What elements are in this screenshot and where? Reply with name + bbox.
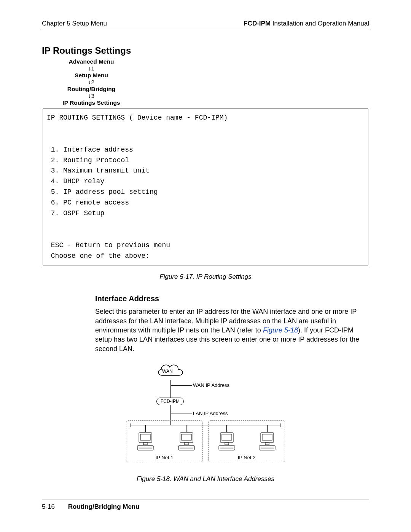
terminal-title: IP ROUTING SETTINGS ( Device name - FCD-…	[47, 114, 228, 121]
section-title: IP Routings Settings	[42, 45, 369, 56]
lan-ip-pointer	[171, 414, 192, 414]
page-header: Chapter 5 Setup Menu FCD-IPM Installatio…	[42, 20, 369, 30]
header-product-name: FCD-IPM	[244, 20, 271, 27]
nav-arrow-1: ↓1	[53, 65, 129, 72]
terminal-item-5: 5. IP address pool setting	[47, 188, 158, 196]
device-box: FCD-IPM	[156, 398, 184, 405]
svg-rect-8	[185, 443, 188, 445]
nav-breadcrumb-stack: Advanced Menu ↓1 Setup Menu ↓2 Routing/B…	[53, 58, 129, 106]
svg-rect-9	[178, 446, 194, 450]
wan-cloud-label: WAN	[162, 369, 173, 374]
terminal-item-7: 7. OSPF Setup	[47, 209, 104, 217]
terminal-item-4: 4. DHCP relay	[47, 177, 104, 185]
svg-rect-19	[262, 434, 272, 440]
svg-rect-21	[259, 446, 275, 450]
device-label: FCD-IPM	[161, 399, 180, 404]
computer-icon-3	[218, 432, 236, 453]
svg-rect-14	[225, 443, 229, 445]
svg-rect-1	[140, 434, 150, 440]
ip-net-2-label: IP Net 2	[209, 455, 285, 460]
terminal-screen: IP ROUTING SETTINGS ( Device name - FCD-…	[42, 108, 369, 266]
terminal-esc: ESC - Return to previous menu	[47, 241, 170, 249]
wan-ip-label: WAN IP Address	[193, 382, 229, 388]
svg-rect-2	[143, 443, 147, 445]
terminal-item-1: 1. Interface address	[47, 146, 133, 153]
nav-arrow-3: ↓3	[53, 93, 129, 99]
computer-icon-1	[137, 432, 154, 453]
svg-rect-13	[222, 434, 232, 440]
computer-icon-2	[178, 432, 195, 453]
footer-page-number: 5-16	[42, 503, 66, 511]
terminal-item-6: 6. PC remote access	[47, 199, 129, 206]
nav-level-2: Setup Menu	[53, 72, 129, 79]
figure-17-caption: Figure 5-17. IP Routing Settings	[42, 273, 369, 281]
header-chapter: Chapter 5 Setup Menu	[42, 20, 107, 27]
nav-level-3: Routing/Bridging	[53, 86, 129, 93]
terminal-item-2: 2. Routing Protocol	[47, 157, 129, 164]
wan-ip-pointer	[171, 385, 192, 386]
figure-5-18-link[interactable]: Figure 5-18	[263, 326, 298, 334]
nav-arrow-2: ↓2	[53, 79, 129, 86]
paragraph-interface-address: Select this parameter to enter an IP add…	[95, 307, 369, 353]
nav-level-1: Advanced Menu	[53, 58, 129, 65]
figure-18-caption: Figure 5-18. WAN and LAN Interface Addre…	[42, 475, 369, 483]
header-product-suffix: Installation and Operation Manual	[271, 20, 369, 27]
footer-rule	[42, 500, 369, 500]
subheading-interface-address: Interface Address	[95, 294, 369, 303]
svg-rect-20	[265, 443, 269, 445]
network-diagram: WAN WAN IP Address FCD-IPM LAN IP Addres…	[124, 362, 287, 468]
svg-rect-15	[219, 446, 235, 450]
page-footer: 5-16 Routing/Bridging Menu	[42, 503, 140, 511]
svg-rect-3	[137, 446, 153, 450]
lan-ip-label: LAN IP Address	[193, 411, 228, 416]
terminal-item-3: 3. Maximum transmit unit	[47, 167, 150, 174]
ip-net-1-label: IP Net 1	[126, 455, 202, 460]
header-product: FCD-IPM Installation and Operation Manua…	[244, 20, 369, 27]
nav-level-4: IP Routings Settings	[53, 99, 129, 106]
footer-section: Routing/Bridging Menu	[68, 503, 140, 510]
svg-rect-7	[182, 434, 191, 440]
line-wan-to-device	[170, 380, 171, 398]
computer-icon-4	[258, 432, 276, 453]
terminal-prompt: Choose one of the above:	[47, 252, 150, 260]
